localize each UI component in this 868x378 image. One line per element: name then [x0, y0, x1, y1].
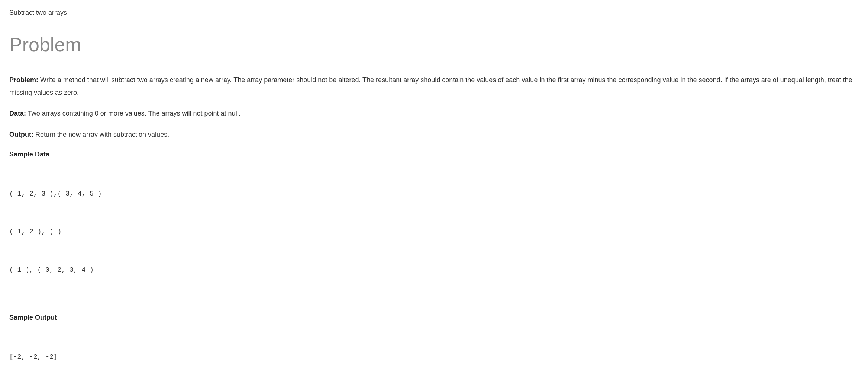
sample-output-section: Sample Output [-2, -2, -2] [1, 2] [1, -2… — [9, 312, 859, 378]
sample-data-line: ( 1, 2, 3 ),( 3, 4, 5 ) — [9, 187, 859, 200]
sample-output-heading: Sample Output — [9, 312, 859, 323]
problem-paragraph: Problem: Write a method that will subtra… — [9, 74, 859, 99]
sample-data-line: ( 1 ), ( 0, 2, 3, 4 ) — [9, 264, 859, 276]
sample-output-line: [-2, -2, -2] — [9, 350, 859, 363]
sample-data-block: ( 1, 2, 3 ),( 3, 4, 5 ) ( 1, 2 ), ( ) ( … — [9, 162, 859, 302]
data-text: Two arrays containing 0 or more values. … — [26, 110, 241, 117]
problem-text: Write a method that will subtract two ar… — [9, 76, 852, 96]
page-title: Subtract two arrays — [9, 7, 859, 18]
sample-data-heading: Sample Data — [9, 149, 859, 160]
output-paragraph: Output: Return the new array with subtra… — [9, 128, 859, 141]
section-heading-problem: Problem — [9, 29, 859, 62]
problem-label: Problem: — [9, 76, 38, 84]
data-label: Data: — [9, 110, 26, 117]
data-paragraph: Data: Two arrays containing 0 or more va… — [9, 107, 859, 120]
output-label: Output: — [9, 131, 33, 138]
sample-data-line: ( 1, 2 ), ( ) — [9, 225, 859, 238]
sample-output-block: [-2, -2, -2] [1, 2] [1, -2, -3, -4] — [9, 325, 859, 378]
sample-data-section: Sample Data ( 1, 2, 3 ),( 3, 4, 5 ) ( 1,… — [9, 149, 859, 302]
output-text: Return the new array with subtraction va… — [33, 131, 169, 138]
